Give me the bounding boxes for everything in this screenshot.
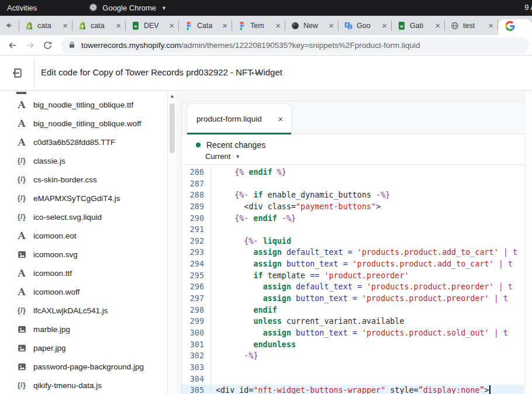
- browser-toolbar: towerrecords.myshopify.com/admin/themes/…: [0, 35, 532, 56]
- code-line: 300 assign button_text = 'products.produ…: [182, 327, 532, 339]
- font-file-icon: A: [15, 230, 28, 241]
- chevron-down-icon: ▼: [161, 5, 167, 11]
- close-icon[interactable]: ×: [488, 21, 493, 30]
- line-content: assign button_text = 'products.product.a…: [211, 258, 532, 270]
- app-indicator-menu[interactable]: Google Chrome ▼: [88, 2, 167, 14]
- line-content: <div id="nft-widget-buttons-wrapper" sty…: [211, 385, 532, 394]
- line-number: 301: [182, 339, 211, 351]
- line-content: assign button_text = 'products.product.p…: [211, 293, 532, 305]
- scroll-up-arrow-icon[interactable]: ▲: [168, 91, 177, 99]
- code-line: 286 {% endif %}: [182, 167, 532, 178]
- code-editor[interactable]: 286 {% endif %}287288 {%- if enable_dyna…: [182, 165, 532, 394]
- translate-favicon-icon: G文: [344, 21, 353, 30]
- browser-tab[interactable]: DEV×: [126, 16, 178, 35]
- close-icon[interactable]: ×: [435, 21, 440, 30]
- sidebar-scrollbar[interactable]: ▲: [167, 91, 177, 394]
- file-item[interactable]: {/}ico-select.svg.liquid: [0, 208, 167, 226]
- file-name: icomoon.eot: [33, 231, 77, 240]
- code-line-active: 305<div id="nft-widget-buttons-wrapper" …: [182, 385, 532, 394]
- line-number: 291: [182, 224, 211, 236]
- globe-favicon-icon: [450, 21, 460, 30]
- line-content: -%}: [211, 350, 532, 362]
- code-line: 298 endif: [182, 305, 532, 316]
- file-name: big_noodle_titling_oblique.ttf: [33, 101, 133, 109]
- file-item[interactable]: {/}eMAPMXSyTCgGdiT4.js: [0, 189, 167, 208]
- file-item[interactable]: paper.jpg: [0, 338, 167, 357]
- reload-button[interactable]: [39, 36, 56, 54]
- file-item[interactable]: Abig_noodle_titling_oblique.woff: [0, 114, 167, 133]
- browser-tab[interactable]: New×: [285, 16, 338, 35]
- browser-tab-active[interactable]: [498, 19, 532, 35]
- code-file-icon: {/}: [15, 175, 28, 184]
- browser-tab[interactable]: G文Goo×: [338, 16, 391, 35]
- image-file-icon: [15, 343, 28, 353]
- version-dropdown[interactable]: Current ▼: [205, 152, 532, 161]
- file-name: password-page-background.jpg: [33, 362, 144, 371]
- file-item[interactable]: marble.jpg: [0, 320, 167, 338]
- clock[interactable]: 9 A: [524, 3, 532, 12]
- line-content: {% endif %}: [211, 167, 532, 178]
- forward-button[interactable]: [21, 36, 39, 54]
- back-button[interactable]: [4, 36, 21, 54]
- line-number: 294: [182, 258, 211, 270]
- close-icon[interactable]: ×: [382, 21, 387, 30]
- browser-tab[interactable]: Tem×: [232, 16, 285, 35]
- file-item[interactable]: Aicomoon.ttf: [0, 264, 167, 282]
- browser-tab-label: cata: [91, 22, 112, 30]
- close-icon[interactable]: ×: [169, 21, 174, 30]
- line-number: 304: [182, 374, 211, 385]
- line-number: 296: [182, 281, 211, 293]
- file-item[interactable]: icomoon.svg: [0, 245, 167, 264]
- file-item[interactable]: Ac0df3a6b528fdd85.TTF: [0, 133, 167, 151]
- font-file-icon: A: [15, 117, 28, 129]
- address-bar[interactable]: towerrecords.myshopify.com/admin/themes/…: [61, 37, 529, 53]
- line-content: [211, 362, 532, 374]
- line-content: if template == 'product.preorder': [211, 270, 532, 282]
- close-icon[interactable]: ×: [222, 21, 227, 30]
- line-content: assign default_text = 'products.product.…: [211, 247, 532, 258]
- browser-tab[interactable]: Gati×: [392, 16, 444, 35]
- close-icon[interactable]: ×: [63, 21, 68, 30]
- line-content: {%- if enable_dynamic_buttons -%}: [211, 189, 532, 201]
- browser-tab[interactable]: scata×: [72, 16, 125, 35]
- browser-tab-label: Gati: [410, 22, 431, 30]
- line-number: 286: [182, 167, 211, 178]
- file-item[interactable]: Aicomoon.eot: [0, 226, 167, 245]
- close-icon[interactable]: ×: [275, 21, 281, 30]
- font-file-icon: A: [15, 99, 28, 110]
- chevron-down-icon: ▼: [235, 154, 240, 160]
- scrollbar-thumb[interactable]: [170, 103, 175, 153]
- browser-tab[interactable]: Cata×: [179, 16, 232, 35]
- code-line: 289 <div class="payment-buttons">: [182, 201, 532, 213]
- close-icon[interactable]: ×: [116, 21, 121, 30]
- file-item[interactable]: {/}qikify-tmenu-data.js: [0, 376, 167, 394]
- file-name: qikify-tmenu-data.js: [33, 381, 102, 390]
- file-item[interactable]: {/}cs-skin-border.css: [0, 170, 167, 189]
- close-icon[interactable]: ×: [329, 21, 334, 30]
- browser-tab-label: Goo: [357, 22, 378, 30]
- more-options-button[interactable]: •••: [248, 64, 265, 81]
- browser-tab[interactable]: test×: [445, 16, 498, 35]
- line-number: 292: [182, 236, 211, 247]
- browser-tab-label: Cata: [197, 22, 219, 30]
- browser-tab-label: cata: [37, 22, 59, 30]
- speaker-icon[interactable]: [0, 21, 19, 30]
- activities-button[interactable]: Activities: [7, 4, 37, 12]
- font-file-icon: A: [15, 286, 28, 298]
- file-item[interactable]: {/}lfcAXLwjkDALc541.js: [0, 301, 167, 320]
- file-item[interactable]: Abig_noodle_titling_oblique.ttf: [0, 95, 167, 114]
- recent-changes-bar: Recent changes Current ▼: [182, 134, 532, 165]
- screen: Activities Google Chrome ▼ 9 A scata×sca…: [0, 0, 532, 394]
- page-scrollbar[interactable]: [524, 91, 532, 394]
- exit-code-editor-button[interactable]: [9, 65, 25, 81]
- svg-text:s: s: [28, 23, 30, 29]
- line-number: 298: [182, 305, 211, 316]
- file-item[interactable]: Aicomoon.woff: [0, 282, 167, 301]
- file-item[interactable]: password-page-background.jpg: [0, 357, 167, 376]
- close-icon[interactable]: ×: [278, 115, 283, 124]
- line-content: [211, 374, 532, 385]
- browser-tab[interactable]: scata×: [19, 16, 72, 35]
- editor-tab-product-form[interactable]: product-form.liquid ×: [186, 103, 292, 134]
- file-item[interactable]: {/}classie.js: [0, 151, 167, 170]
- file-item-partial: [16, 92, 26, 94]
